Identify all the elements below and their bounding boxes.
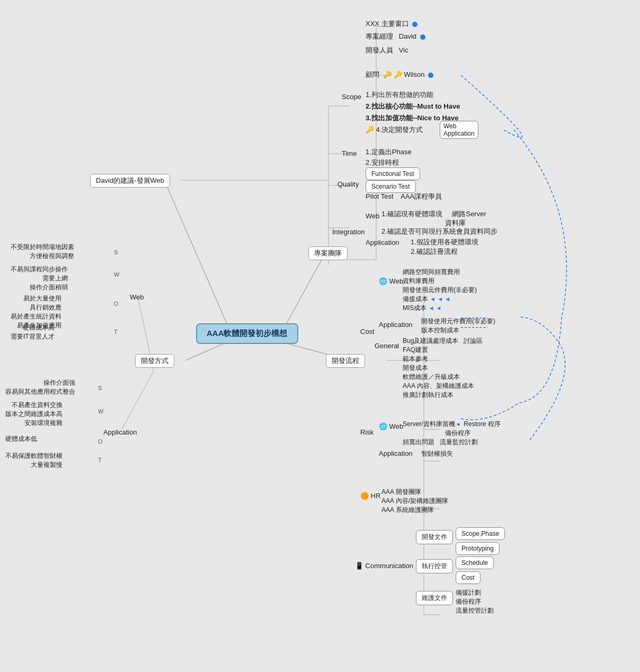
time-item1: 1.定義出Phase <box>366 147 412 157</box>
scope-item1: 1.列出所有想做的功能 <box>366 90 433 100</box>
time-item2: 2.安排時程 <box>366 158 399 167</box>
hr-items: AAA 開發團隊 AAA 內容/架構維護團隊 AAA 系統維護團隊 <box>381 488 448 515</box>
svg-line-2 <box>185 342 228 360</box>
svg-line-1 <box>164 180 228 326</box>
risk-app-items: 智財權損失 <box>421 449 453 458</box>
cost-app-label: Application <box>379 321 413 329</box>
comm-execctrl-items: Schedule Cost <box>456 556 494 584</box>
team-wilson-name: 🔑 Wilson <box>394 70 425 78</box>
dev-flow-label: 開發流程 <box>326 354 365 368</box>
comm-devdoc-label: 開發文件 <box>416 530 453 544</box>
team-vic: 開發人員 Vic <box>366 46 408 55</box>
risk-web-icon: 🌐 Web <box>379 422 403 430</box>
team-wilson-icon: 顧問 🔑 <box>366 70 394 78</box>
team-vic-label: 開發人員 Vic <box>366 46 408 54</box>
scope-label: Scope <box>342 93 361 101</box>
quality-func: Functional Test <box>366 167 420 180</box>
app-o-label: O <box>98 437 103 445</box>
dot-wilson <box>428 73 433 78</box>
david-web-label: David的建議-發展Web <box>90 174 170 188</box>
cost-app-items: 開發使用元件費用(非必要) 版本控制成本 <box>421 317 495 335</box>
web-t-items: 硬體成本高 需要IT背景人才 <box>11 323 55 341</box>
comm-maintdoc-label: 維護文件 <box>416 591 453 605</box>
web-w-items: 不易與課程同步操作 需要上網 操作介面稍弱 <box>11 265 68 292</box>
app-w-label: W <box>98 407 103 415</box>
app-t-label: T <box>98 456 102 464</box>
team-david-label: 專案經理 David <box>366 32 416 40</box>
comm-devdoc-items: Scope,Phase Prototyping <box>456 527 505 555</box>
center-node: AAA軟體開發初步構想 <box>196 323 298 344</box>
svg-line-26 <box>122 371 154 429</box>
cost-label: Cost <box>360 328 375 335</box>
app-devmethod-label: Application <box>103 428 137 436</box>
app-w-items: 不易產生資料交換 版本之間維護成本高 安裝環境複雜 <box>5 401 63 428</box>
app-s-label: S <box>98 384 102 392</box>
scope-web-app: WebApplication <box>440 121 478 139</box>
app-t-items: 不易保護軟體智財權 大量複製慢 <box>5 452 63 470</box>
web-devmethod-label: Web <box>130 293 144 301</box>
integration-app-label: Application <box>366 238 399 246</box>
scope-item4: 🔑 4.決定開發方式 <box>366 125 423 135</box>
quality-scenario: Scenario Test <box>366 180 416 193</box>
hr-icon: 🟠 HR <box>360 492 380 500</box>
scope-item2: 2.找出核心功能--Must to Have <box>366 102 460 111</box>
integration-app-item2: 2.確認註冊流程 <box>411 247 458 257</box>
web-t-label: T <box>114 328 118 335</box>
project-team-label: 專案團隊 <box>308 246 348 260</box>
risk-app-label: Application <box>379 449 413 457</box>
connection-lines <box>0 0 640 672</box>
project-team-node: 專案團隊 <box>308 246 348 260</box>
center-label: AAA軟體開發初步構想 <box>196 323 298 344</box>
web-w-label: W <box>114 270 119 278</box>
david-web-node: David的建議-發展Web <box>90 174 170 188</box>
quality-pilot: Pilot Test AAA課程學員 <box>366 192 442 201</box>
integration-web-label: Web <box>366 212 380 220</box>
quality-label: Quality <box>337 180 359 188</box>
dev-method-label: 開發方式 <box>135 354 174 368</box>
app-o-items: 硬體成本低 <box>5 435 37 444</box>
integration-web-item1: 1.確認現有硬體環境 網路Server <box>381 209 486 219</box>
cost-web-icon: 🌐 Web <box>379 277 403 285</box>
team-xxx: XXX 主要窗口 <box>366 19 417 29</box>
mindmap-container: AAA軟體開發初步構想 專案團隊 XXX 主要窗口 專案經理 David 開發人… <box>0 0 640 672</box>
comm-maintdoc-items: 備援計劃 備份程序 流量控管計劃 <box>456 588 494 615</box>
comm-icon: 📱 Communication <box>355 562 413 570</box>
web-s-items: 不受限於時間場地因素 方便檢視與調整 <box>11 243 74 261</box>
comm-execctrl-label: 執行控管 <box>416 559 453 573</box>
svg-line-0 <box>281 260 322 334</box>
integration-web-item2: 2.確認是否可與現行系統會員資料同步 <box>381 227 497 236</box>
web-o-label: O <box>114 299 119 307</box>
dev-flow-node: 開發流程 <box>326 354 365 368</box>
dot-david <box>420 34 425 40</box>
web-s-label: S <box>114 248 118 256</box>
cost-general-label: General <box>375 342 399 350</box>
risk-web-items: Server/資料庫當機 ● Restore 程序 備份程序 頻寬出問題 流量監… <box>403 420 501 447</box>
risk-label: Risk <box>360 428 374 436</box>
dot-xxx <box>412 22 417 27</box>
cost-web-items: 網路空間與頻寬費用 資料庫費用 開發使用元件費用(非必要) 備援成本 ◄ ◄ ◄… <box>403 268 477 313</box>
cost-general-items: Bug及建議處理成本 討論區 FAQ建置 範本參考 開發成本 軟體維護／升級成本… <box>403 337 483 400</box>
time-label: Time <box>342 149 357 157</box>
team-david: 專案經理 David <box>366 32 425 41</box>
dev-method-node: 開發方式 <box>135 354 174 368</box>
app-s-items: 操作介面強 容易與其他應用程式整合 <box>5 378 75 396</box>
team-xxx-label: XXX 主要窗口 <box>366 20 409 28</box>
team-wilson: 顧問 🔑 🔑 Wilson <box>366 70 433 79</box>
integration-app-item1: 1.假設使用各硬體環境 <box>411 237 478 247</box>
integration-label: Integration <box>332 228 365 236</box>
